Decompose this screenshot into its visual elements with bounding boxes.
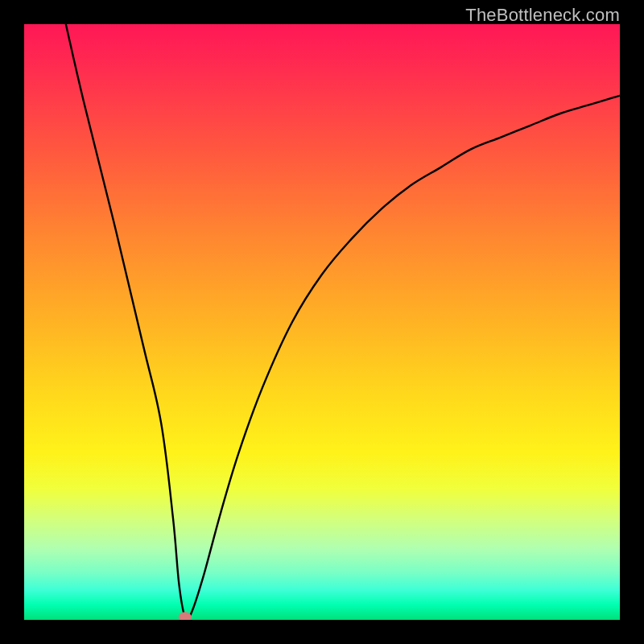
bottleneck-curve-path [66,24,620,620]
plot-area [24,24,620,620]
watermark-label: TheBottleneck.com [465,5,620,26]
minimum-marker [179,612,192,620]
chart-frame: TheBottleneck.com [0,0,644,644]
bottleneck-curve-svg [24,24,620,620]
